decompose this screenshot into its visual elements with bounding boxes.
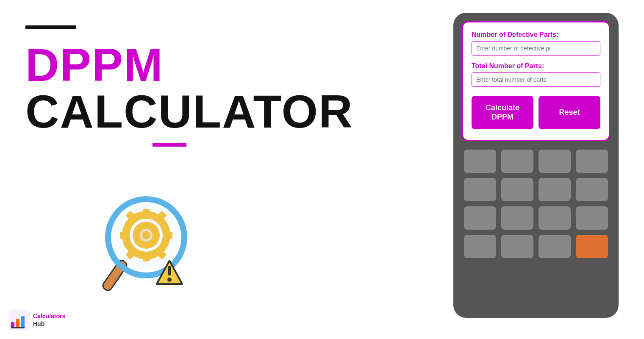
key-btn-15[interactable] (539, 235, 571, 258)
reset-button[interactable]: Reset (539, 96, 600, 129)
logo-hub: Hub (33, 320, 65, 328)
svg-rect-21 (21, 316, 25, 328)
key-btn-9[interactable] (464, 206, 496, 230)
key-btn-1[interactable] (464, 150, 496, 173)
key-btn-5[interactable] (464, 178, 496, 201)
key-btn-2[interactable] (501, 150, 533, 173)
key-btn-6[interactable] (501, 178, 533, 201)
key-btn-4[interactable] (576, 150, 608, 173)
svg-rect-19 (11, 322, 14, 328)
logo-calculators: Calculators (33, 312, 65, 320)
calculator-device: Number of Defective Parts: Total Number … (453, 13, 619, 318)
key-btn-7[interactable] (539, 178, 571, 201)
svg-rect-20 (16, 319, 19, 328)
total-parts-input[interactable] (472, 72, 600, 87)
logo-icon (8, 309, 30, 331)
svg-rect-4 (143, 209, 150, 217)
total-parts-label: Total Number of Parts: (472, 62, 600, 70)
svg-rect-22 (11, 327, 25, 328)
key-btn-10[interactable] (501, 206, 533, 230)
key-btn-orange[interactable] (576, 235, 608, 258)
svg-rect-7 (120, 232, 128, 239)
illustration (85, 182, 203, 301)
calculate-button[interactable]: Calculate DPPM (472, 96, 533, 129)
logo-text: Calculators Hub (33, 312, 65, 328)
svg-rect-5 (143, 253, 150, 261)
defective-parts-input[interactable] (472, 41, 600, 56)
key-btn-11[interactable] (539, 206, 571, 230)
keypad (462, 147, 610, 260)
purple-decorative-bar (153, 143, 186, 147)
key-btn-8[interactable] (576, 178, 608, 201)
logo-area: Calculators Hub (8, 309, 65, 331)
left-section: DPPM CALCULATOR (25, 25, 322, 147)
action-buttons-row: Calculate DPPM Reset (472, 96, 600, 129)
key-btn-14[interactable] (501, 235, 533, 258)
top-decorative-bar (25, 25, 76, 29)
key-btn-3[interactable] (539, 150, 571, 173)
title-dppm: DPPM (25, 42, 322, 88)
title-calculator: CALCULATOR (25, 88, 322, 135)
svg-point-14 (142, 231, 150, 239)
calculator-screen: Number of Defective Parts: Total Number … (462, 21, 610, 141)
defective-parts-label: Number of Defective Parts: (472, 31, 600, 39)
svg-rect-6 (164, 232, 172, 239)
key-btn-13[interactable] (464, 235, 496, 258)
svg-rect-16 (168, 266, 171, 275)
svg-point-17 (167, 278, 172, 282)
key-btn-12[interactable] (576, 206, 608, 230)
